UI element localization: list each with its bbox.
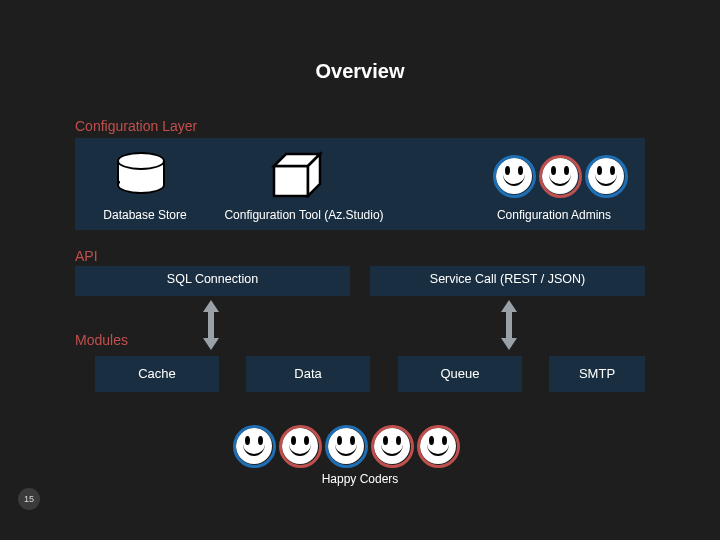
section-api-label: API [75, 248, 98, 264]
smiley-icon [588, 158, 624, 194]
slide-number-badge: 15 [18, 488, 40, 510]
config-admins-caption: Configuration Admins [474, 208, 634, 222]
module-smtp-box: SMTP [549, 356, 645, 392]
database-store-caption: Database Store [85, 208, 205, 222]
module-queue-box: Queue [398, 356, 522, 392]
smiley-icon [374, 428, 410, 464]
smiley-icon [542, 158, 578, 194]
smiley-icon [282, 428, 318, 464]
section-modules-label: Modules [75, 332, 128, 348]
svg-marker-4 [501, 300, 517, 350]
section-config-layer-label: Configuration Layer [75, 118, 197, 134]
config-tool-caption: Configuration Tool (Az.Studio) [204, 208, 404, 222]
happy-coders-caption: Happy Coders [0, 472, 720, 486]
slide-title: Overview [0, 60, 720, 83]
smiley-icon [328, 428, 364, 464]
smiley-icon [420, 428, 456, 464]
smiley-icon [496, 158, 532, 194]
module-data-box: Data [246, 356, 370, 392]
api-sql-connection-label: SQL Connection [75, 272, 350, 286]
database-icon [117, 152, 165, 194]
svg-marker-3 [203, 300, 219, 350]
cube-icon [266, 150, 324, 198]
api-service-call-label: Service Call (REST / JSON) [370, 272, 645, 286]
module-cache-box: Cache [95, 356, 219, 392]
smiley-icon [236, 428, 272, 464]
svg-marker-0 [274, 166, 308, 196]
bidirectional-arrow-icon [499, 300, 519, 350]
bidirectional-arrow-icon [201, 300, 221, 350]
